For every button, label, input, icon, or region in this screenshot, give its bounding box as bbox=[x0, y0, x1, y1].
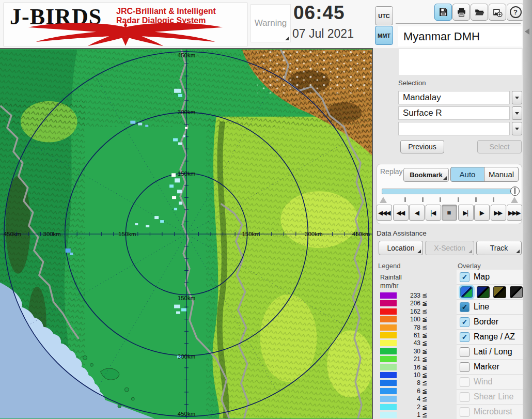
slider-tick bbox=[422, 197, 424, 202]
overlay-item-lati-long[interactable]: Lati / Long bbox=[457, 345, 523, 360]
legend-row: 21≦ bbox=[380, 356, 437, 362]
legend-leq-symbol: ≦ bbox=[422, 348, 427, 355]
overlay-item-map[interactable]: ✓Map bbox=[457, 270, 523, 285]
checked-checkbox[interactable]: ✓ bbox=[460, 317, 470, 327]
track-button[interactable]: Track bbox=[476, 241, 522, 255]
print-icon bbox=[457, 7, 466, 17]
checked-checkbox[interactable]: ✓ bbox=[460, 302, 470, 312]
replay-tick-row bbox=[379, 196, 521, 204]
mmt-button[interactable]: MMT bbox=[375, 26, 393, 45]
range-ring-label: 300km bbox=[178, 353, 195, 360]
legend-color-swatch bbox=[380, 340, 397, 346]
station-name-box: Myanmar DMH bbox=[398, 26, 522, 46]
app-logo: J-BIRDS JRC-Brilliant & Intelligent Rada… bbox=[3, 2, 248, 47]
overlay-item-label: Wind bbox=[474, 377, 492, 386]
overlay-item-marker[interactable]: Marker bbox=[457, 360, 523, 375]
legend-leq-symbol: ≦ bbox=[422, 379, 427, 386]
overlay-item-label: Microburst bbox=[474, 407, 512, 416]
legend-row: 10≦ bbox=[380, 372, 437, 378]
overlay-label: Overlay bbox=[458, 262, 481, 270]
legend-leq-symbol: ≦ bbox=[422, 387, 427, 395]
playback-button-7[interactable]: ▶ bbox=[474, 205, 490, 221]
add-image-button[interactable] bbox=[489, 4, 506, 21]
overlay-item-microburst[interactable]: Microburst bbox=[457, 405, 523, 419]
playback-button-9[interactable]: ▶▶▶ bbox=[507, 205, 522, 221]
slider-tick bbox=[475, 197, 477, 202]
map-style-swatch-3[interactable] bbox=[493, 286, 506, 298]
selection-dropdown-field[interactable] bbox=[398, 122, 510, 135]
playback-button-8[interactable]: ▶▶ bbox=[491, 205, 506, 221]
legend-row: 233≦ bbox=[380, 292, 437, 299]
legend-row: 6≦ bbox=[380, 388, 437, 394]
radar-map-canvas[interactable]: 450km300km150km150km300km450km450km300km… bbox=[0, 49, 372, 419]
overlay-item-wind[interactable]: Wind bbox=[457, 375, 523, 390]
unchecked-checkbox[interactable] bbox=[460, 362, 470, 372]
unchecked-checkbox[interactable] bbox=[460, 392, 470, 402]
selection-dropdown-field[interactable]: Surface R bbox=[398, 106, 510, 120]
slider-tick bbox=[493, 197, 494, 202]
playback-button-2[interactable]: ◀◀ bbox=[393, 205, 409, 221]
dropdown-button[interactable] bbox=[512, 91, 522, 104]
selection-label: Selection bbox=[398, 79, 426, 87]
legend-row: 4≦ bbox=[380, 396, 437, 402]
overlay-item-line[interactable]: ✓Line bbox=[457, 300, 523, 315]
unchecked-checkbox[interactable] bbox=[460, 377, 470, 387]
map-style-swatch-4[interactable] bbox=[510, 286, 523, 298]
playback-button-1[interactable]: ◀◀◀ bbox=[377, 205, 392, 221]
selection-dropdown-1: Mandalay bbox=[398, 91, 522, 104]
location-button[interactable]: Location bbox=[379, 241, 423, 255]
legend-leq-symbol: ≦ bbox=[422, 371, 427, 379]
map-style-swatch-1[interactable] bbox=[460, 286, 473, 298]
playback-button-3[interactable]: ◀ bbox=[409, 205, 425, 221]
warning-button[interactable]: Warning bbox=[251, 4, 291, 42]
checked-checkbox[interactable]: ✓ bbox=[460, 272, 470, 282]
legend-value: 21 bbox=[397, 355, 420, 363]
overlay-item-label: Marker bbox=[474, 362, 499, 371]
replay-slider-handle[interactable] bbox=[510, 187, 520, 196]
radar-map[interactable]: 450km300km150km150km300km450km450km300km… bbox=[0, 48, 373, 419]
previous-label: Previous bbox=[408, 143, 436, 151]
button-label: Location bbox=[387, 244, 415, 252]
overlay-item-border[interactable]: ✓Border bbox=[457, 315, 523, 330]
bookmark-label: Bookmark bbox=[410, 171, 443, 179]
x-section-button[interactable]: X-Section bbox=[425, 241, 474, 255]
open-folder-button[interactable] bbox=[471, 4, 488, 21]
playback-button-5[interactable]: ■ bbox=[442, 205, 457, 221]
overlay-item-shear-line[interactable]: Shear Line bbox=[457, 390, 523, 405]
dropdown-button[interactable] bbox=[512, 122, 522, 135]
unchecked-checkbox[interactable] bbox=[460, 407, 470, 417]
select-button[interactable]: Select bbox=[477, 140, 522, 153]
legend-leq-symbol: ≦ bbox=[422, 355, 427, 363]
previous-button[interactable]: Previous bbox=[400, 140, 444, 153]
save-button[interactable] bbox=[434, 4, 452, 21]
legend-color-swatch bbox=[380, 316, 397, 322]
overlay-item-label: Range / AZ bbox=[474, 332, 515, 342]
playback-button-6[interactable]: ▶| bbox=[458, 205, 474, 221]
replay-slider-track[interactable] bbox=[382, 189, 517, 194]
collapse-arrow-icon[interactable] bbox=[525, 28, 529, 35]
dropdown-button[interactable] bbox=[512, 106, 522, 120]
legend-row: 16≦ bbox=[380, 364, 437, 370]
legend-row: 30≦ bbox=[380, 348, 437, 354]
legend-value: 43 bbox=[397, 339, 420, 347]
map-style-swatch-2[interactable] bbox=[477, 286, 490, 298]
overlay-item-range-az[interactable]: ✓Range / AZ bbox=[457, 330, 523, 345]
help-button[interactable]: ? bbox=[507, 4, 524, 21]
sidebar-scroll-strip[interactable] bbox=[523, 0, 532, 419]
manual-mode-button[interactable]: Manual bbox=[484, 167, 519, 182]
print-button[interactable] bbox=[452, 4, 470, 21]
range-ring-label: 150km bbox=[118, 231, 136, 237]
legend-leq-symbol: ≦ bbox=[422, 308, 427, 315]
bookmark-button[interactable]: Bookmark bbox=[403, 168, 449, 182]
legend-leq-symbol: ≦ bbox=[422, 364, 427, 371]
utc-button[interactable]: UTC bbox=[375, 6, 393, 25]
legend-color-swatch bbox=[380, 364, 397, 370]
legend-value: 6 bbox=[397, 387, 420, 395]
selection-dropdown-field[interactable]: Mandalay bbox=[398, 91, 510, 104]
legend-color-swatch bbox=[380, 388, 397, 394]
playback-button-4[interactable]: |◀ bbox=[426, 205, 441, 221]
unchecked-checkbox[interactable] bbox=[460, 347, 470, 357]
auto-mode-button[interactable]: Auto bbox=[450, 167, 484, 182]
checked-checkbox[interactable]: ✓ bbox=[460, 332, 470, 342]
overlay-item-label: Lati / Long bbox=[474, 347, 512, 356]
